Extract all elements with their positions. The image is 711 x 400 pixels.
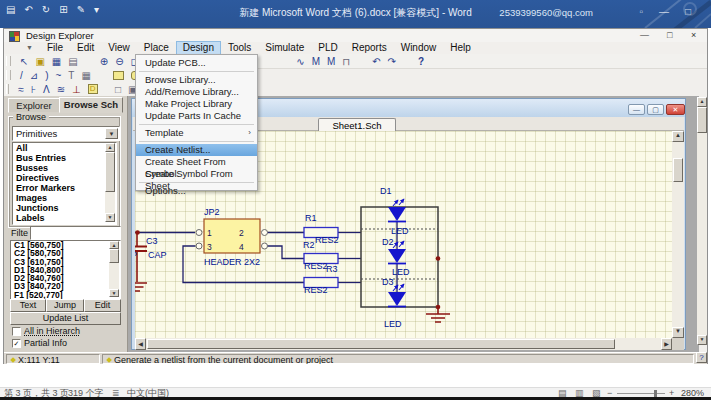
designator-c3[interactable]: C3 xyxy=(146,236,158,246)
type-res2-3[interactable]: RES2 xyxy=(304,285,328,295)
ribbon-options-icon[interactable]: ▫ xyxy=(639,6,643,17)
place-wire-icon[interactable]: ≈ xyxy=(18,84,24,95)
scroll-up-icon[interactable]: ▲ xyxy=(105,143,115,152)
list-item[interactable]: Bus Entries xyxy=(13,153,116,163)
menu-item-create-symbol-from-sheet[interactable]: Create Symbol From Sheet xyxy=(136,168,257,180)
list-item[interactable]: All xyxy=(13,143,116,153)
edit-button[interactable]: Edit xyxy=(84,299,121,312)
design-explorer-titlebar[interactable]: Design Explorer xyxy=(4,29,707,42)
menu-view[interactable]: View xyxy=(102,42,136,54)
designator-jp2[interactable]: JP2 xyxy=(204,207,220,217)
menu-place[interactable]: Place xyxy=(138,42,175,54)
outer-vscroll-thumb[interactable] xyxy=(697,107,707,133)
part-d2[interactable] xyxy=(388,249,406,264)
draw-rectangle-icon[interactable] xyxy=(113,71,124,80)
text-button[interactable]: Text xyxy=(10,299,46,312)
menu-pld[interactable]: PLD xyxy=(312,42,343,54)
filter-input[interactable] xyxy=(30,226,121,240)
zoom-in-icon[interactable]: ⊕ xyxy=(100,56,108,67)
status-help-button[interactable]: ? xyxy=(696,352,707,363)
print-icon[interactable]: ▤ xyxy=(68,56,77,67)
menu-item-update-parts-in-cache[interactable]: Update Parts In Cache xyxy=(136,110,257,122)
draw-text-icon[interactable]: T xyxy=(68,70,74,81)
tab-sheet1-sch[interactable]: Sheet1.Sch xyxy=(318,118,396,132)
update-list-button[interactable]: Update List xyxy=(10,312,121,325)
list-item[interactable]: Error Markers xyxy=(13,183,116,193)
all-in-hierarchy-checkbox[interactable] xyxy=(12,327,21,336)
menu-item-update-pcb[interactable]: Update PCB... xyxy=(136,57,257,69)
save-document-icon[interactable]: ▦ xyxy=(52,56,61,67)
canvas-scroll-right-icon[interactable]: ▶ xyxy=(661,338,672,350)
app-minimize-button[interactable]: — xyxy=(640,30,649,41)
menu-item-create-netlist[interactable]: Create Netlist... xyxy=(136,144,257,156)
word-minimize-button[interactable]: — xyxy=(659,6,669,17)
part-d1[interactable] xyxy=(388,207,406,222)
type-res2-2[interactable]: RES2 xyxy=(304,261,328,271)
designator-r2[interactable]: R2 xyxy=(303,240,315,250)
open-document-icon[interactable]: ▣ xyxy=(35,56,44,67)
primitives-list[interactable]: All Bus Entries Busses Directives Error … xyxy=(12,142,117,225)
menu-help[interactable]: Help xyxy=(444,42,477,54)
toolbar-grip[interactable] xyxy=(6,56,11,66)
place-gnd-icon[interactable]: ⊥ xyxy=(72,84,81,95)
app-maximize-button[interactable]: □ xyxy=(667,30,672,41)
tab-explorer[interactable]: Explorer xyxy=(8,98,60,113)
list-item[interactable]: Labels xyxy=(13,213,116,223)
scrollbar-thumb[interactable] xyxy=(105,152,115,192)
word-maximize-button[interactable]: □ xyxy=(685,6,691,17)
list-item[interactable]: Busses xyxy=(13,163,116,173)
menu-reports[interactable]: Reports xyxy=(346,42,393,54)
place-bus-entry-icon[interactable]: ⊦ xyxy=(31,84,36,95)
canvas-scroll-left-icon[interactable]: ◀ xyxy=(135,338,146,350)
draw-arc-icon[interactable]: ) xyxy=(45,70,48,81)
scroll-down-icon[interactable]: ▼ xyxy=(105,213,115,222)
objects-list[interactable]: C1 [560,750] C2 [580,750] C3 [610,750] D… xyxy=(10,240,121,300)
touch-mode-icon[interactable]: ⊞ xyxy=(59,4,67,15)
doc-minimize-button[interactable]: — xyxy=(628,104,645,115)
type-res2-1[interactable]: RES2 xyxy=(315,235,339,245)
menu-simulate[interactable]: Simulate xyxy=(259,42,310,54)
place-port-icon[interactable]: D xyxy=(88,84,98,94)
save-icon[interactable]: ▤ xyxy=(6,4,15,15)
list-item[interactable]: Directives xyxy=(13,173,116,183)
designator-d1[interactable]: D1 xyxy=(380,186,392,196)
zoom-slider-thumb[interactable] xyxy=(654,390,657,397)
zoom-out-icon[interactable]: ⊖ xyxy=(115,56,123,67)
place-bus-icon[interactable]: ≋ xyxy=(57,84,65,95)
menu-design[interactable]: Design xyxy=(177,42,220,54)
paste-picture-icon[interactable]: ▦ xyxy=(81,70,90,81)
menu-tools[interactable]: Tools xyxy=(222,42,257,54)
outer-vscroll-track[interactable] xyxy=(697,107,707,335)
designator-r1[interactable]: R1 xyxy=(305,213,317,223)
redo-tool-icon[interactable]: ↷ xyxy=(388,56,396,67)
redo-icon[interactable]: ↻ xyxy=(42,4,50,15)
doc-close-button[interactable]: ✕ xyxy=(666,104,685,115)
undo-tool-icon[interactable]: ↶ xyxy=(372,56,380,67)
type-header2x2[interactable]: HEADER 2X2 xyxy=(204,257,260,267)
draw-polygon-icon[interactable]: ⊿ xyxy=(30,70,38,81)
menu-edit[interactable]: Edit xyxy=(71,42,100,54)
gnd-symbol-left[interactable] xyxy=(135,283,147,291)
menu-file[interactable]: File xyxy=(41,42,69,54)
probe-icon[interactable]: M xyxy=(312,56,320,67)
scrollbar-thumb[interactable] xyxy=(109,249,119,263)
draw-icon[interactable]: ✎ xyxy=(77,4,85,15)
tab-browse-sch[interactable]: Browse Sch xyxy=(59,97,123,113)
place-net-label-icon[interactable]: Λ xyxy=(43,84,50,95)
canvas-scroll-up-icon[interactable]: ▲ xyxy=(672,131,684,142)
mixed-sim-icon[interactable]: ⊓ xyxy=(342,56,350,67)
outer-scroll-up-icon[interactable]: ▲ xyxy=(697,97,707,107)
menu-item-create-sheet-from-symbol[interactable]: Create Sheet From Symbol xyxy=(136,156,257,168)
select-tool-icon[interactable]: ↖ xyxy=(20,56,28,67)
app-close-button[interactable]: × xyxy=(691,30,696,41)
menu-window[interactable]: Window xyxy=(395,42,443,54)
list-item[interactable]: Junctions xyxy=(13,203,116,213)
part-jp2[interactable] xyxy=(204,219,260,253)
toolbar-grip[interactable] xyxy=(6,84,9,94)
canvas-vscroll-thumb[interactable] xyxy=(673,158,683,182)
list-item[interactable]: F1 [520,770] xyxy=(11,291,120,299)
doc-maximize-button[interactable]: ▢ xyxy=(647,104,664,115)
designator-d3[interactable]: D3 xyxy=(382,277,394,287)
type-led-1[interactable]: LED xyxy=(391,226,409,236)
list-item[interactable]: Images xyxy=(13,193,116,203)
